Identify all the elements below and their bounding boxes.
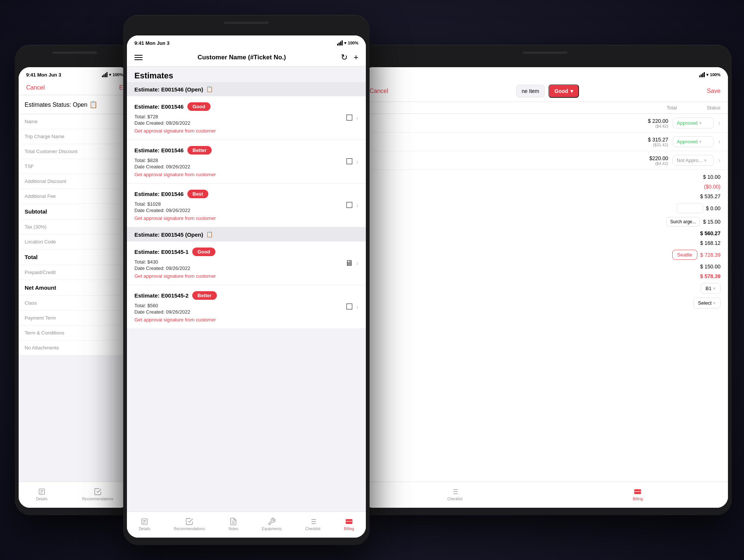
chevron-right-2[interactable]: › [356,158,358,166]
monitor-icon[interactable]: 🖥 [345,258,353,268]
left-cancel-button[interactable]: Cancel [26,84,45,91]
hamburger-menu-icon[interactable] [134,55,143,60]
surcharge-button[interactable]: Surch arge... [666,217,700,227]
select-dropdown[interactable]: Select ▾ [693,298,720,308]
details-icon-left [38,488,46,496]
tab-recommendations-left[interactable]: Recommendations [82,488,113,501]
estimate-card-1-right: ☐ › [346,113,358,123]
right-row-3-sub: ($4.42) [649,161,668,166]
center-screen-bg: 9:41 Mon Jun 3 ▾ 100% [127,35,366,538]
right-nav-bar: Cancel ne Item Good ▾ Save [362,81,728,102]
summary-input-field[interactable] [677,203,703,213]
left-status-icons: ▾ 100% [102,72,123,77]
tab-equipments-center[interactable]: Equipments [262,517,282,531]
form-row-discount: Total Customer Discount [19,144,131,159]
checkbox-icon-2[interactable]: ☐ [346,157,353,167]
estimate-card-3-row: Estimate: E001546 Best Total: $1028 Date… [134,190,358,221]
add-icon[interactable]: + [354,53,358,62]
tab-checklist-center[interactable]: Checklist [305,517,321,531]
right-row-2-amount-area: $ 315.27 ($31.42) [648,137,669,147]
left-tab-bar: Details Recommendations [19,482,131,508]
estimate-5-title: Estimate: E001545-2 [134,292,189,299]
add-item-button[interactable]: ne Item [516,85,545,97]
summary-amount-9: $ 150.00 [700,264,721,270]
good-dropdown-button[interactable]: Good ▾ [548,84,579,98]
good-chevron-icon: ▾ [570,88,573,94]
form-row-prepaid: Prepaid/Credit [19,265,131,280]
estimate-card-3: Estimate: E001546 Best Total: $1028 Date… [127,184,366,227]
seattle-badge[interactable]: Seattle [672,250,697,260]
estimate-5-approval[interactable]: Get approval signature from customer [134,317,217,323]
right-row-1-status[interactable]: Approved ▾ [673,118,714,128]
right-row-3: $220.00 ($4.42) Not Appro... ▾ › [362,151,728,170]
checkbox-icon-1[interactable]: ☐ [346,113,353,123]
estimate-2-approval[interactable]: Get approval signature from customer [134,172,216,177]
tab-details-label-center: Details [139,527,150,531]
add-item-label: ne Item [522,88,539,94]
estimate-card-2-row: Estimate: E001546 Better Total: $828 Dat… [134,146,358,177]
right-device-screen: ▾ 100% Cancel ne Item Good ▾ [362,67,728,508]
tab-checklist-right[interactable]: Checklist [447,488,463,501]
s4 [342,40,343,46]
summary-row-12: Select ▾ [370,296,720,310]
right-row-2-status[interactable]: Approved ▾ [673,136,714,147]
wifi-icon: ▾ [109,72,111,77]
tab-recommendations-label-left: Recommendations [82,497,113,501]
form-row-subtotal: Subtotal [19,204,131,220]
summary-row-2: ($0.00) [370,182,720,192]
right-row-1-amount-area: $ 220.00 ($4.42) [648,118,669,128]
summary-row-11: B1 ▾ [370,281,720,296]
b1-chevron-icon: ▾ [713,286,716,291]
right-row-3-status[interactable]: Not Appro... ▾ [673,155,714,166]
estimate-card-4-left: Estimate: E001545-1 Good Total: $430 Dat… [134,248,216,279]
row-1-chevron[interactable]: › [718,119,720,127]
checkbox-icon-5[interactable]: ☐ [346,302,353,312]
estimate-card-3-right: ☐ › [346,200,358,210]
estimate-card-2: Estimate: E001546 Better Total: $828 Dat… [127,140,366,184]
estimate-2-title: Estimate: E001546 [134,147,184,153]
form-row-trip: Trip Charge Name [19,129,131,144]
recommendations-icon-center [185,517,193,526]
b1-dropdown[interactable]: B1 ▾ [701,283,720,294]
tab-checklist-label-right: Checklist [447,497,463,501]
tab-recommendations-center[interactable]: Recommendations [174,517,205,531]
tab-details-left[interactable]: Details [36,488,48,501]
chevron-right-3[interactable]: › [356,202,358,209]
chevron-right-1[interactable]: › [356,114,358,122]
chevron-right-4[interactable]: › [356,259,358,267]
estimate-1-approval[interactable]: Get approval signature from customer [134,128,216,134]
billing-icon-center [345,517,353,526]
form-label-terms: Term & Conditions [25,330,64,336]
b1-value: B1 [706,286,712,291]
status-approved-1: Approved [677,120,698,126]
estimate-4-approval[interactable]: Get approval signature from customer [134,273,216,279]
right-device: ▾ 100% Cancel ne Item Good ▾ [358,45,732,515]
s3 [340,41,341,46]
summary-amount-8: $ 728.39 [700,252,721,258]
right-cancel-button[interactable]: Cancel [370,88,388,94]
checkbox-icon-3[interactable]: ☐ [346,200,353,210]
estimate-3-total: Total: $1028 [134,201,216,207]
right-status-icons: ▾ 100% [699,72,720,77]
refresh-icon[interactable]: ↻ [341,53,348,62]
estimate-card-4: Estimate: E001545-1 Good Total: $430 Dat… [127,242,366,285]
rs1 [699,75,700,77]
left-edit-button[interactable]: E [119,84,123,91]
tab-details-center[interactable]: Details [139,517,150,531]
center-tab-bar: Details Recommendations Notes Equipments [127,511,366,538]
right-screen-bg: ▾ 100% Cancel ne Item Good ▾ [362,67,728,508]
row-2-chevron[interactable]: › [718,138,720,146]
tab-notes-center[interactable]: Notes [228,517,238,531]
right-save-button[interactable]: Save [707,88,720,94]
tab-billing-right[interactable]: Billing [633,488,643,501]
center-device-notch [224,22,269,24]
row-3-chevron[interactable]: › [718,156,720,164]
right-row-1: $ 220.00 ($4.42) Approved ▾ › [362,114,728,133]
form-label-name: Name [25,119,38,124]
chevron-right-5[interactable]: › [356,303,358,311]
signal-bar-4 [106,72,108,77]
estimate-3-approval[interactable]: Get approval signature from customer [134,215,216,221]
notes-icon-center [229,517,237,526]
right-battery: 100% [710,72,720,77]
tab-billing-center[interactable]: Billing [344,517,354,531]
